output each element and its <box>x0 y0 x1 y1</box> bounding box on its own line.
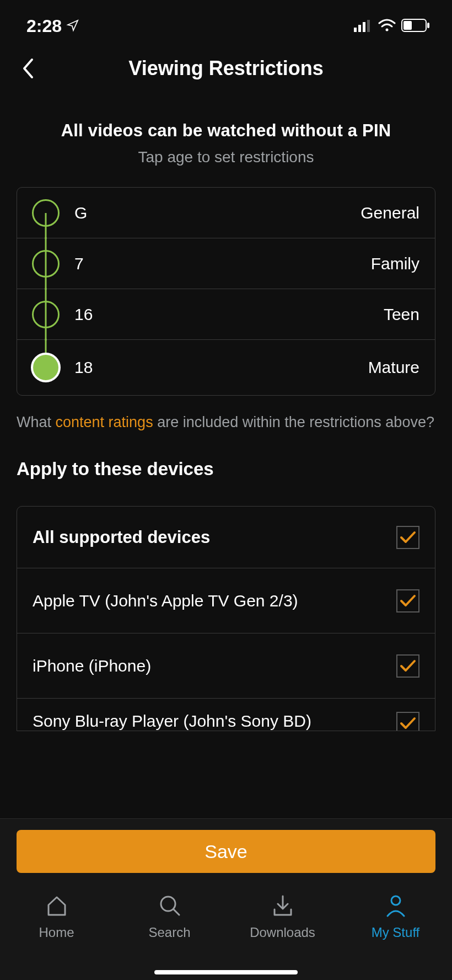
restriction-bubble-icon <box>32 250 60 278</box>
restriction-label: Family <box>371 254 419 273</box>
restriction-label: Teen <box>384 305 419 324</box>
devices-heading: Apply to these devices <box>17 459 435 480</box>
location-arrow-icon <box>66 16 79 36</box>
svg-rect-0 <box>354 28 357 32</box>
restriction-code: 16 <box>74 305 93 324</box>
restriction-row-g[interactable]: G General <box>17 188 435 238</box>
save-area: Save <box>0 818 452 884</box>
device-label: iPhone (iPhone) <box>33 657 151 675</box>
nav-label: Downloads <box>250 925 315 940</box>
restriction-code: G <box>74 204 87 222</box>
download-icon <box>270 892 295 919</box>
status-bar: 2:28 <box>0 0 452 42</box>
status-time: 2:28 <box>26 16 62 36</box>
device-row-all[interactable]: All supported devices <box>17 507 435 568</box>
checkbox-checked-icon[interactable] <box>396 589 419 612</box>
device-label: All supported devices <box>33 528 210 547</box>
devices-list: All supported devices Apple TV (John's A… <box>17 506 435 731</box>
nav-my-stuff[interactable]: My Stuff <box>339 892 452 980</box>
cell-signal-icon <box>354 16 373 36</box>
back-button[interactable] <box>17 55 39 82</box>
nav-home[interactable]: Home <box>0 892 113 980</box>
checkbox-checked-icon[interactable] <box>396 526 419 549</box>
restrictions-list: G General 7 Family 16 Teen 18 Ma <box>17 187 435 396</box>
svg-rect-3 <box>367 20 370 32</box>
device-row-sony[interactable]: Sony Blu-ray Player (John's Sony BD) <box>17 699 435 731</box>
chevron-left-icon <box>21 57 34 79</box>
restriction-label: Mature <box>368 358 419 377</box>
nav-label: Search <box>148 925 190 940</box>
svg-point-4 <box>386 28 389 31</box>
ratings-note-prefix: What <box>17 414 56 430</box>
nav-label: My Stuff <box>372 925 420 940</box>
device-label: Sony Blu-ray Player (John's Sony BD) <box>33 712 311 731</box>
nav-downloads[interactable]: Downloads <box>226 892 339 980</box>
home-indicator[interactable] <box>154 970 298 974</box>
restriction-code: 7 <box>74 254 84 273</box>
restriction-row-16[interactable]: 16 Teen <box>17 289 435 340</box>
content-ratings-note: What content ratings are included within… <box>17 412 435 432</box>
device-label: Apple TV (John's Apple TV Gen 2/3) <box>33 592 298 610</box>
device-row-iphone[interactable]: iPhone (iPhone) <box>17 633 435 699</box>
save-button[interactable]: Save <box>17 830 435 873</box>
restrictions-heading: All videos can be watched without a PIN <box>17 121 435 141</box>
nav-search[interactable]: Search <box>113 892 226 980</box>
restriction-code: 18 <box>74 358 93 377</box>
svg-line-9 <box>174 909 179 915</box>
svg-rect-1 <box>358 25 361 32</box>
restriction-label: General <box>360 204 419 222</box>
person-icon <box>383 892 408 919</box>
content-ratings-link[interactable]: content ratings <box>56 414 153 430</box>
checkbox-checked-icon[interactable] <box>396 712 419 731</box>
restriction-row-18[interactable]: 18 Mature <box>17 340 435 395</box>
battery-icon <box>401 16 430 36</box>
bottom-nav: Home Search Downloads My Stuff <box>0 884 452 980</box>
svg-point-11 <box>391 896 400 905</box>
ratings-note-suffix: are included within the restrictions abo… <box>153 414 434 430</box>
home-icon <box>44 892 69 919</box>
wifi-icon <box>378 16 396 36</box>
nav-label: Home <box>39 925 74 940</box>
checkbox-checked-icon[interactable] <box>396 654 419 678</box>
restriction-bubble-filled-icon <box>31 353 61 382</box>
restrictions-subheading: Tap age to set restrictions <box>17 148 435 166</box>
status-left: 2:28 <box>26 16 79 36</box>
status-right <box>354 16 430 36</box>
svg-rect-6 <box>427 23 429 28</box>
restriction-row-7[interactable]: 7 Family <box>17 238 435 289</box>
svg-rect-7 <box>403 21 412 30</box>
page-header: Viewing Restrictions <box>0 42 452 94</box>
device-row-appletv[interactable]: Apple TV (John's Apple TV Gen 2/3) <box>17 568 435 633</box>
page-title: Viewing Restrictions <box>128 57 323 80</box>
search-icon <box>157 892 182 919</box>
restriction-bubble-icon <box>32 301 60 328</box>
restriction-bubble-icon <box>32 199 60 227</box>
svg-rect-2 <box>363 22 365 32</box>
